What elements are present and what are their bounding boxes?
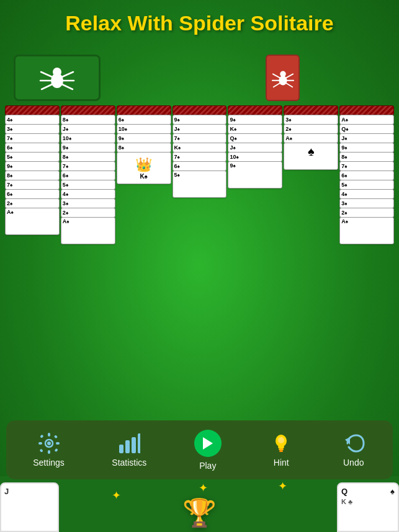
svg-line-4 [42,84,52,89]
svg-line-13 [286,74,292,78]
card[interactable]: 7♠ [173,152,227,162]
svg-rect-24 [39,448,43,452]
card[interactable]: 7♠ [5,180,60,190]
card[interactable]: 9♠ [5,161,60,171]
card[interactable]: J♠ [61,124,115,134]
svg-rect-27 [125,440,130,453]
svg-line-10 [272,74,279,78]
card[interactable]: 2♠ [5,198,60,208]
card[interactable]: 2♠ [284,124,338,134]
card[interactable]: 2♠ [339,208,394,218]
card[interactable]: 5♠ [5,152,60,162]
card[interactable]: 6♠ [5,143,60,153]
hint-label: Hint [274,458,289,468]
svg-point-35 [278,437,284,443]
card[interactable] [284,105,338,115]
card[interactable]: 8♠ [61,115,115,125]
card[interactable]: 10♠ [228,152,282,162]
card[interactable]: ♠ [284,143,338,170]
card[interactable]: 3♠ [61,198,115,208]
card[interactable]: 7♠ [339,161,394,171]
play-label: Play [199,461,216,471]
card[interactable]: 8♠ [339,152,394,162]
hint-button[interactable]: Hint [262,428,300,471]
card[interactable]: 8♠ [117,143,171,153]
card[interactable]: 10♠ [61,133,115,143]
svg-line-7 [62,84,73,89]
card[interactable]: Q♠ [228,133,282,143]
card[interactable]: A♠ [5,208,60,235]
card[interactable]: 9♠ [228,115,282,125]
card[interactable]: 9♠ [228,161,282,188]
card[interactable]: 3♠ [339,198,394,208]
card[interactable] [117,105,171,115]
page-title: Relax With Spider Solitaire [0,11,399,35]
column-7: A♠ Q♠ J♠ 9♠ 8♠ 7♠ 6♠ 5♠ 4♠ 3♠ 2♠ A♠ [339,105,394,399]
card[interactable]: 6♠ [117,115,171,125]
card[interactable]: K♠ [228,124,282,134]
card[interactable] [61,105,115,115]
card[interactable]: 8♠ [61,152,115,162]
card[interactable]: 8♠ [5,171,60,180]
card[interactable]: 7♠ [61,161,115,171]
card[interactable]: J♠ [173,124,227,134]
svg-rect-29 [138,433,140,453]
card[interactable]: 4♠ [61,189,115,199]
spider-icon-green [38,61,76,95]
card[interactable]: 4♠ [339,189,394,199]
sparkle-3: ✦ [278,479,287,493]
card[interactable]: 5♠ [339,180,394,190]
svg-point-1 [53,68,61,76]
card[interactable]: 9♠ [173,115,227,125]
statistics-button[interactable]: Statistics [105,428,153,471]
column-6: 3♠ 2♠ A♠ ♠ [284,105,338,399]
card[interactable]: 6♠ [339,171,394,180]
undo-button[interactable]: Undo [335,428,372,471]
card[interactable]: 6♠ [5,189,60,199]
card[interactable] [228,105,282,115]
card[interactable]: 5♠ [173,171,227,198]
sparkle-2: ✦ [112,489,121,502]
card[interactable]: J♠ [339,133,394,143]
card-king[interactable]: 👑K♠ [117,152,171,184]
card[interactable]: 7♠ [173,133,227,143]
card[interactable]: A♠ [339,217,394,244]
card[interactable]: 9♠ [117,133,171,143]
card[interactable]: 5♠ [61,180,115,190]
card[interactable]: 6♠ [61,171,115,180]
svg-rect-21 [56,442,60,445]
statistics-label: Statistics [112,458,146,468]
svg-rect-22 [40,434,43,438]
card[interactable]: 9♠ [61,143,115,153]
svg-rect-33 [279,448,284,450]
toolbar: Settings Statistics Play [6,420,393,479]
svg-rect-28 [132,437,136,453]
card[interactable]: 3♠ [5,124,60,134]
card[interactable]: 9♠ [339,143,394,153]
svg-marker-30 [203,437,213,450]
card[interactable]: 3♠ [284,115,338,125]
card[interactable]: J♠ [228,143,282,153]
corner-card-left-rank: J [4,487,55,496]
svg-rect-25 [54,448,58,451]
play-button[interactable]: Play [188,426,228,474]
card[interactable]: 4♠ [5,115,60,125]
card[interactable]: K♠ [173,143,227,153]
card[interactable]: 2♠ [61,208,115,218]
card[interactable]: A♠ [339,115,394,125]
card[interactable] [339,105,394,115]
card[interactable]: 7♠ [5,133,60,143]
card[interactable]: A♠ [284,133,338,143]
card[interactable]: Q♠ [339,124,394,134]
deco-area: ✦ ✦ ✦ ✦ ✦ 🏆 J Q ♠ K ♣ [0,476,399,532]
corner-card-left: J [0,482,59,532]
trophy-icon: 🏆 [182,497,217,529]
svg-rect-23 [53,435,57,438]
card[interactable]: 10♠ [117,124,171,134]
svg-rect-18 [48,433,50,437]
card[interactable] [173,105,227,115]
settings-button[interactable]: Settings [27,428,71,471]
card[interactable] [5,105,60,115]
card[interactable]: 6♠ [173,161,227,171]
card[interactable]: A♠ [61,217,115,244]
